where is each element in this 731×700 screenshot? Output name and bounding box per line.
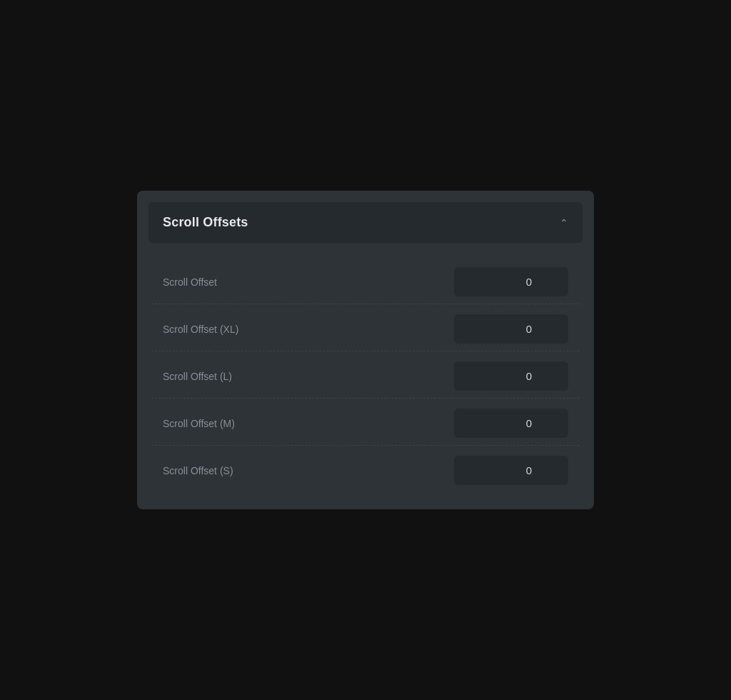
scroll-offset-input[interactable] [454,361,568,391]
row-label: Scroll Offset (S) [163,465,233,476]
scroll-offsets-panel: Scroll Offsets ⌃ Scroll OffsetpxScroll O… [137,191,594,509]
table-row: Scroll Offset (L)px [151,354,580,399]
scroll-offset-input[interactable] [454,314,568,344]
row-label: Scroll Offset (M) [163,418,235,429]
table-row: Scroll Offsetpx [151,260,580,304]
row-label: Scroll Offset (XL) [163,324,238,335]
panel-header[interactable]: Scroll Offsets ⌃ [148,202,583,243]
scroll-offset-input[interactable] [454,267,568,296]
row-label: Scroll Offset (L) [163,371,232,382]
table-row: Scroll Offset (M)px [151,401,580,446]
row-input-group: px [454,456,568,485]
panel-title: Scroll Offsets [163,215,248,230]
rows-container: Scroll OffsetpxScroll Offset (XL)pxScrol… [148,254,583,498]
row-label: Scroll Offset [163,276,217,288]
row-input-group: px [454,314,568,344]
table-row: Scroll Offset (XL)px [151,307,580,351]
scroll-offset-input[interactable] [454,409,568,438]
table-row: Scroll Offset (S)px [151,449,580,492]
row-input-group: px [454,267,568,296]
scroll-offset-input[interactable] [454,456,568,485]
row-input-group: px [454,361,568,391]
collapse-icon[interactable]: ⌃ [560,217,568,229]
row-input-group: px [454,409,568,438]
